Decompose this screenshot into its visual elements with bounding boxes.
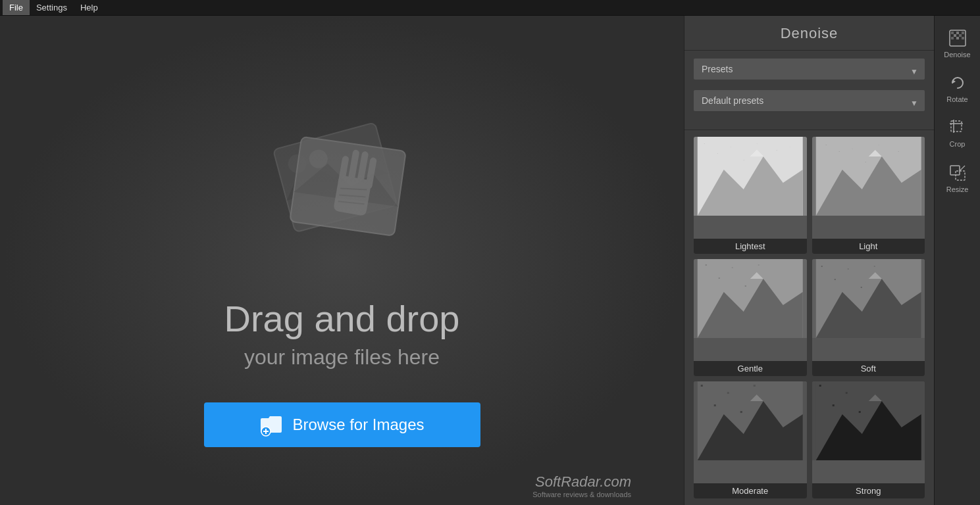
svg-rect-50 [860,287,862,288]
svg-rect-72 [959,34,962,37]
rotate-icon [947,72,968,93]
browse-button-label: Browse for Images [292,416,424,434]
svg-rect-32 [852,149,852,149]
preset-thumb-strong [812,381,925,460]
svg-rect-25 [777,150,777,151]
presets-dropdown[interactable]: Presets [694,59,925,80]
svg-line-82 [960,166,965,171]
svg-rect-55 [701,385,703,387]
svg-rect-21 [717,153,718,154]
svg-rect-56 [714,404,716,406]
svg-rect-41 [732,267,733,268]
svg-rect-75 [962,37,964,39]
svg-marker-76 [952,80,956,84]
panel-title: Denoise [684,16,934,51]
preset-label-light: Light [812,239,925,254]
svg-rect-47 [821,266,822,267]
denoise-label: Denoise [944,51,970,59]
preset-thumb-gentle [694,259,807,338]
resize-label: Resize [946,185,969,194]
denoise-icon [947,28,968,49]
browse-button[interactable]: Browse for Images [204,402,480,447]
svg-rect-70 [962,32,964,34]
svg-rect-80 [950,166,960,175]
preset-thumb-moderate [694,381,807,460]
svg-rect-22 [731,147,731,147]
svg-rect-40 [719,277,720,279]
drop-icon [244,80,441,277]
preset-label-gentle: Gentle [694,361,807,376]
preset-soft[interactable]: Soft [812,259,925,376]
rotate-label: Rotate [946,95,967,104]
svg-rect-64 [832,404,834,406]
svg-rect-33 [865,162,865,162]
svg-rect-81 [956,171,965,180]
svg-rect-34 [878,145,879,145]
svg-rect-48 [834,279,835,280]
svg-rect-43 [758,264,760,266]
svg-rect-77 [951,121,962,132]
preset-thumb-light [812,137,925,216]
svg-rect-49 [847,268,848,270]
preset-thumb-soft [812,259,925,338]
svg-rect-63 [819,385,821,387]
svg-rect-20 [704,143,705,144]
svg-rect-42 [745,285,746,287]
preset-thumb-lightest [694,137,807,216]
svg-rect-39 [706,264,707,266]
svg-rect-66 [858,411,860,413]
svg-rect-68 [951,32,954,34]
watermark: SoftRadar.com Software reviews & downloa… [532,473,631,498]
resize-icon [947,162,968,183]
preset-label-soft: Soft [812,361,925,376]
drop-area[interactable]: Drag and drop your image files here Brow… [0,16,684,505]
preset-grid: Lightest Ligh [684,130,934,505]
panel-controls: Presets ▼ Default presets ▼ [684,51,934,130]
svg-rect-24 [757,143,758,144]
drop-icon-container [237,74,448,284]
svg-rect-26 [790,147,790,147]
right-panel: Denoise Presets ▼ Default presets ▼ [684,16,934,505]
svg-rect-73 [951,37,954,39]
default-presets-dropdown[interactable]: Default presets [694,90,925,111]
crop-icon [947,117,968,138]
default-presets-dropdown-wrapper: Default presets ▼ [694,90,925,116]
svg-rect-65 [845,392,847,394]
preset-strong[interactable]: Strong [812,381,925,498]
preset-label-lightest: Lightest [694,239,807,254]
svg-rect-51 [873,266,875,267]
menu-settings[interactable]: Settings [30,0,74,15]
preset-light[interactable]: Light [812,137,925,254]
svg-rect-57 [727,392,729,394]
preset-moderate[interactable]: Moderate [694,381,807,498]
drag-subtitle: your image files here [244,345,440,370]
svg-rect-69 [956,32,959,34]
tool-crop[interactable]: Crop [935,112,980,154]
preset-lightest[interactable]: Lightest [694,137,807,254]
tool-denoise[interactable]: Denoise [935,22,980,64]
svg-rect-31 [838,151,839,152]
menu-help[interactable]: Help [74,0,105,15]
tool-rotate[interactable]: Rotate [935,67,980,109]
preset-label-moderate: Moderate [694,483,807,498]
svg-rect-23 [744,160,744,160]
menubar: File Settings Help [0,0,980,16]
svg-rect-71 [954,34,956,37]
far-right-sidebar: Denoise Rotate Crop [934,16,980,505]
preset-gentle[interactable]: Gentle [694,259,807,376]
svg-rect-30 [825,145,826,145]
crop-label: Crop [950,140,966,149]
svg-rect-59 [754,385,756,387]
menu-file[interactable]: File [3,0,30,15]
tool-resize[interactable]: Resize [935,157,980,199]
presets-dropdown-wrapper: Presets ▼ [694,59,925,85]
watermark-main: SoftRadar.com [532,473,631,491]
svg-rect-74 [956,37,959,39]
watermark-sub: Software reviews & downloads [532,491,631,498]
folder-add-icon [259,413,283,437]
main-layout: Drag and drop your image files here Brow… [0,16,980,505]
svg-rect-58 [740,411,742,413]
drag-title: Drag and drop [224,297,459,340]
svg-rect-35 [898,151,898,152]
preset-label-strong: Strong [812,483,925,498]
